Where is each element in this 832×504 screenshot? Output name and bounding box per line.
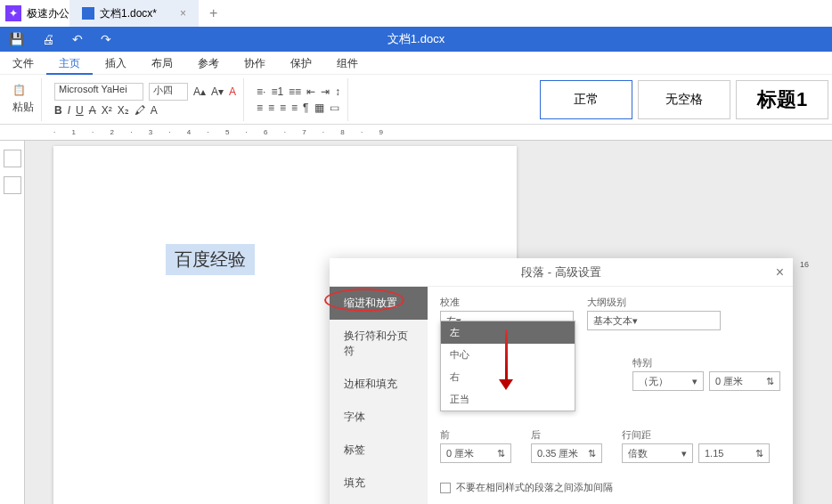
numbering-icon[interactable]: ≡1 (271, 85, 283, 98)
save-icon[interactable]: 💾 (9, 32, 24, 46)
indent-icon[interactable]: ⇥ (321, 85, 330, 98)
doc-icon (82, 7, 94, 20)
font-select[interactable]: Microsoft YaHei (54, 83, 143, 101)
menu-protect[interactable]: 保护 (278, 52, 324, 75)
paste-icon[interactable]: 📋 (12, 84, 26, 96)
dialog-close-icon[interactable]: × (776, 264, 784, 280)
selected-text[interactable]: 百度经验 (166, 244, 255, 275)
side-borders[interactable]: 边框和填充 (330, 368, 428, 401)
side-font[interactable]: 字体 (330, 401, 428, 434)
style-heading1[interactable]: 标题1 (736, 80, 828, 119)
font-color-icon[interactable]: A (229, 85, 236, 98)
horizontal-ruler[interactable]: · 1 · 2 · 3 · 4 · 5 · 6 · 7 · 8 · 9 (0, 125, 832, 141)
title-bar: ✦ 极速办公 文档1.docx* × + (0, 0, 832, 27)
bold-button[interactable]: B (54, 104, 62, 117)
dialog-title: 段落 - 高级设置 (521, 264, 601, 280)
side-indent-label: 缩进和放置 (344, 297, 397, 309)
left-sidebar (0, 141, 25, 504)
underline-button[interactable]: U (76, 104, 84, 117)
ribbon: 📋 粘贴 Microsoft YaHei 小四 A▴ A▾ A B I U A … (0, 75, 832, 125)
checkbox-icon (440, 483, 451, 493)
justify-icon[interactable]: ≡ (291, 102, 298, 114)
redo-icon[interactable]: ↷ (101, 32, 111, 46)
side-indent[interactable]: 缩进和放置 (330, 287, 428, 320)
borders-icon[interactable]: ▭ (330, 102, 339, 114)
paste-label: 粘贴 (12, 100, 34, 115)
menu-collab[interactable]: 协作 (232, 52, 278, 75)
spinner-icon: ⇅ (766, 376, 774, 387)
spinner-icon: ⇅ (755, 448, 763, 459)
dialog-sidebar: 缩进和放置 换行符和分页符 边框和填充 字体 标签 填充 (330, 287, 428, 504)
spinner-icon: ⇅ (497, 448, 505, 459)
special-value-input[interactable]: 0 厘米⇅ (709, 371, 780, 391)
menu-home[interactable]: 主页 (46, 52, 93, 75)
style-normal[interactable]: 正常 (540, 80, 632, 119)
align-center-icon[interactable]: ≡ (268, 102, 274, 114)
menu-reference[interactable]: 参考 (185, 52, 232, 75)
no-space-checkbox[interactable]: 不要在相同样式的段落之间添加间隔 (440, 481, 780, 494)
chevron-down-icon: ▾ (632, 315, 638, 327)
superscript-button[interactable]: X² (102, 104, 112, 117)
undo-icon[interactable]: ↶ (72, 32, 83, 46)
bullets-icon[interactable]: ≡· (257, 85, 265, 98)
size-select[interactable]: 小四 (149, 83, 188, 101)
new-tab-button[interactable]: + (209, 5, 217, 21)
clear-format-icon[interactable]: A (151, 104, 158, 117)
menu-components[interactable]: 组件 (324, 52, 371, 75)
menu-bar: 文件 主页 插入 布局 参考 协作 保护 组件 (0, 52, 832, 75)
before-input[interactable]: 0 厘米⇅ (440, 443, 511, 463)
chevron-down-icon: ▾ (692, 376, 697, 387)
sidebar-button-1[interactable] (4, 150, 21, 167)
document-title: 文档1.docx (387, 31, 445, 47)
menu-insert[interactable]: 插入 (93, 52, 139, 75)
ruler-right-num: 16 (800, 260, 809, 269)
align-label: 校准 (440, 296, 574, 309)
quick-toolbar: 💾 🖨 ↶ ↷ 文档1.docx (0, 27, 832, 52)
print-icon[interactable]: 🖨 (42, 32, 54, 46)
multilevel-icon[interactable]: ≡≡ (289, 85, 301, 98)
sidebar-button-2[interactable] (4, 176, 21, 194)
app-icon: ✦ (5, 5, 21, 21)
linespacing-select[interactable]: 倍数▾ (622, 443, 693, 463)
annotation-arrow (499, 329, 513, 390)
outline-select[interactable]: 基本文本▾ (587, 311, 721, 330)
shading-icon[interactable]: ▦ (314, 102, 324, 114)
style-nospace[interactable]: 无空格 (638, 80, 730, 119)
side-fill[interactable]: 填充 (330, 467, 428, 500)
highlight-icon[interactable]: 🖍 (135, 104, 145, 117)
chevron-down-icon: ▾ (681, 448, 687, 459)
document-tab[interactable]: 文档1.docx* × (69, 0, 199, 27)
para-mark-icon[interactable]: ¶ (303, 102, 308, 114)
paragraph-dialog: 段落 - 高级设置 × 缩进和放置 换行符和分页符 边框和填充 字体 标签 填充… (330, 258, 793, 504)
grow-font-icon[interactable]: A▴ (193, 85, 206, 98)
outdent-icon[interactable]: ⇤ (306, 85, 315, 98)
align-left-icon[interactable]: ≡ (257, 102, 263, 114)
app-name: 极速办公 (27, 6, 69, 21)
menu-layout[interactable]: 布局 (139, 52, 185, 75)
chk-label: 不要在相同样式的段落之间添加间隔 (456, 481, 613, 494)
strike-button[interactable]: A (89, 104, 96, 117)
outline-value: 基本文本 (593, 314, 632, 328)
subscript-button[interactable]: X₂ (118, 104, 129, 117)
dialog-header: 段落 - 高级设置 × (330, 258, 793, 287)
linespacing-icon[interactable]: ↕ (335, 85, 340, 98)
tab-label: 文档1.docx* (100, 6, 157, 21)
close-tab-icon[interactable]: × (180, 7, 186, 20)
before-label: 前 (440, 428, 511, 442)
italic-button[interactable]: I (68, 104, 70, 117)
linespacing-input[interactable]: 1.15⇅ (698, 443, 770, 463)
work-area: · 1 · 2 · 3 · 4 · 5 · 6 · 7 · 8 · 9 16 百… (0, 125, 832, 504)
linespacing-label: 行间距 (622, 428, 770, 442)
menu-file[interactable]: 文件 (0, 52, 46, 75)
dialog-main: 校准 左▾ 大纲级别 基本文本▾ 左 中心 右 正当 特别 (428, 287, 793, 504)
side-breaks[interactable]: 换行符和分页符 (330, 320, 428, 368)
side-tabs[interactable]: 标签 (330, 434, 428, 467)
special-select[interactable]: （无）▾ (632, 371, 704, 391)
after-label: 后 (531, 428, 602, 442)
option-justify[interactable]: 正当 (441, 388, 575, 411)
styles-gallery: 正常 无空格 标题1 (540, 80, 828, 119)
after-input[interactable]: 0.35 厘米⇅ (531, 443, 602, 463)
align-right-icon[interactable]: ≡ (280, 102, 286, 114)
spinner-icon: ⇅ (588, 448, 596, 459)
shrink-font-icon[interactable]: A▾ (211, 85, 224, 98)
